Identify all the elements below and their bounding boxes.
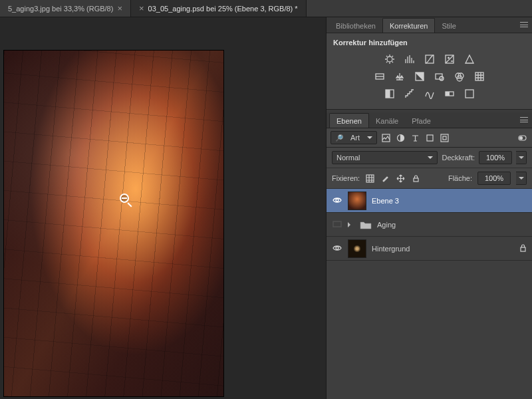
layers-panel-tabs: Ebenen Kanäle Pfade <box>327 112 532 128</box>
svg-point-27 <box>336 247 338 249</box>
channel-mixer-icon[interactable] <box>453 70 466 82</box>
layer-list: Ebene 3 Aging Hintergrund <box>327 189 532 399</box>
photo-filter-icon[interactable] <box>433 70 446 82</box>
right-panels: Bibliotheken Korrekturen Stile Korrektur… <box>326 17 532 399</box>
filter-pixel-icon[interactable] <box>380 132 392 144</box>
exposure-icon[interactable] <box>443 53 456 65</box>
tab-bibliotheken[interactable]: Bibliotheken <box>329 19 382 33</box>
lock-pixels-icon[interactable] <box>365 174 375 184</box>
invert-icon[interactable] <box>383 88 396 100</box>
layer-name[interactable]: Hintergrund <box>372 245 410 253</box>
visibility-toggle-icon[interactable] <box>332 221 342 229</box>
svg-rect-23 <box>366 175 374 182</box>
document-tab[interactable]: 5_aging3.jpg bei 33,3% (RGB/8) × <box>0 0 131 17</box>
filter-shape-icon[interactable] <box>424 132 436 144</box>
bw-icon[interactable] <box>413 70 426 82</box>
svg-rect-20 <box>443 136 446 140</box>
color-lookup-icon[interactable] <box>473 70 486 82</box>
fill-flyout-icon[interactable] <box>516 172 527 185</box>
layer-thumbnail[interactable] <box>348 192 366 210</box>
layer-filter-kind-label: Art <box>350 134 360 142</box>
tab-kanaele[interactable]: Kanäle <box>369 114 405 128</box>
close-icon[interactable]: × <box>139 3 144 13</box>
selective-color-icon[interactable] <box>463 88 476 100</box>
curves-icon[interactable] <box>423 53 436 65</box>
adjustments-panel-body: Korrektur hinzufügen <box>327 33 532 110</box>
svg-point-25 <box>336 199 338 201</box>
posterize-icon[interactable] <box>403 88 416 100</box>
adjustments-panel-tabs: Bibliotheken Korrekturen Stile <box>327 17 532 33</box>
svg-rect-19 <box>441 134 448 142</box>
layer-name[interactable]: Aging <box>377 221 396 229</box>
disclosure-triangle-icon[interactable] <box>348 222 354 227</box>
tab-pfade[interactable]: Pfade <box>405 114 438 128</box>
svg-rect-15 <box>466 90 473 98</box>
svg-point-0 <box>387 57 392 62</box>
layer-name[interactable]: Ebene 3 <box>372 197 399 205</box>
svg-rect-28 <box>521 247 525 251</box>
svg-rect-26 <box>333 221 341 227</box>
svg-point-22 <box>519 136 522 139</box>
chevron-down-icon <box>428 156 433 162</box>
svg-rect-18 <box>427 135 433 141</box>
visibility-toggle-icon[interactable] <box>332 245 342 253</box>
close-icon[interactable]: × <box>117 3 122 13</box>
fill-label: Fläche: <box>448 174 472 182</box>
panel-menu-icon[interactable] <box>519 20 529 29</box>
svg-point-6 <box>440 76 444 80</box>
canvas-area[interactable] <box>0 17 326 399</box>
document-tabs-bar: 5_aging3.jpg bei 33,3% (RGB/8) × × 03_05… <box>0 0 532 17</box>
layer-row[interactable]: Ebene 3 <box>327 189 532 213</box>
adjustments-header: Korrektur hinzufügen <box>332 37 527 51</box>
filter-toggle-switch[interactable] <box>516 132 528 144</box>
document-tab-label: 03_05_aging.psd bei 25% (Ebene 3, RGB/8)… <box>148 5 298 13</box>
filter-type-icon[interactable] <box>409 132 421 144</box>
threshold-icon[interactable] <box>423 88 436 100</box>
hue-sat-icon[interactable] <box>373 70 386 82</box>
svg-rect-12 <box>386 90 390 98</box>
filter-smart-icon[interactable] <box>438 132 450 144</box>
lock-position-icon[interactable] <box>396 174 406 184</box>
layer-filter-bar: 🔎 Art <box>327 128 532 148</box>
svg-rect-14 <box>446 92 450 96</box>
layer-row[interactable]: Aging <box>327 213 532 237</box>
folder-icon <box>360 220 372 229</box>
opacity-field[interactable]: 100% <box>479 151 512 164</box>
lock-icon <box>519 244 527 253</box>
tab-ebenen[interactable]: Ebenen <box>329 113 369 128</box>
lock-label: Fixieren: <box>332 174 360 182</box>
fill-field[interactable]: 100% <box>477 172 511 185</box>
layer-filter-kind-dropdown[interactable]: 🔎 Art <box>331 131 377 144</box>
blend-mode-dropdown[interactable]: Normal <box>332 151 438 164</box>
zoom-out-cursor-icon <box>120 194 133 207</box>
opacity-label: Deckkraft: <box>442 154 475 162</box>
svg-rect-10 <box>475 72 483 80</box>
brightness-contrast-icon[interactable] <box>383 53 396 65</box>
blend-opacity-row: Normal Deckkraft: 100% <box>327 148 532 168</box>
document-tab-label: 5_aging3.jpg bei 33,3% (RGB/8) <box>8 5 113 13</box>
tab-korrekturen[interactable]: Korrekturen <box>382 18 435 33</box>
gradient-map-icon[interactable] <box>443 88 456 100</box>
layer-row[interactable]: Hintergrund <box>327 237 532 261</box>
color-balance-icon[interactable] <box>393 70 406 82</box>
visibility-toggle-icon[interactable] <box>332 197 342 205</box>
opacity-flyout-icon[interactable] <box>516 151 527 164</box>
vibrance-icon[interactable] <box>463 53 476 65</box>
lock-fill-row: Fixieren: Fläche: 100% <box>327 168 532 189</box>
blend-mode-value: Normal <box>336 154 360 162</box>
chevron-down-icon <box>367 136 372 142</box>
layer-thumbnail[interactable] <box>348 239 366 258</box>
document-tab[interactable]: × 03_05_aging.psd bei 25% (Ebene 3, RGB/… <box>131 0 307 17</box>
lock-brush-icon[interactable] <box>380 174 390 184</box>
filter-adjust-icon[interactable] <box>394 132 406 144</box>
panel-menu-icon[interactable] <box>519 115 529 124</box>
canvas-image[interactable] <box>4 51 223 396</box>
levels-icon[interactable] <box>403 53 416 65</box>
svg-rect-24 <box>414 178 418 182</box>
tab-stile[interactable]: Stile <box>435 19 462 33</box>
lock-all-icon[interactable] <box>411 174 421 184</box>
